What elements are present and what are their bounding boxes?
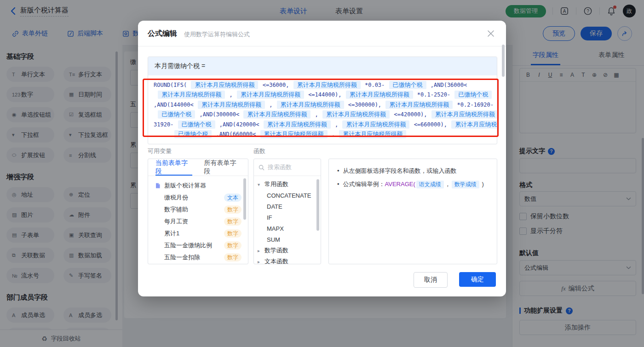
- variables-panel: 当前表单字段 所有表单字段 新版个税计算器缴税月份文本数字辅助数字每月工资数字累…: [148, 159, 248, 264]
- functions-panel: 搜索函数 ▾常用函数CONCATENATEDATEIFMAPXSUM▸数学函数▸…: [253, 159, 321, 264]
- variable-name: 累计1: [164, 229, 224, 238]
- formula-text: ,: [226, 91, 236, 98]
- function-group-label: 常用函数: [264, 180, 288, 188]
- modal-subtitle: 使用数学运算符编辑公式: [184, 30, 250, 39]
- tip-text: 从左侧面板选择字段名和函数，或输入函数: [343, 166, 457, 176]
- formula-line: ,AND(144000< 累计本月应纳税所得额 , 累计本月应纳税所得额 <=3…: [154, 100, 491, 110]
- variables-form-row[interactable]: 新版个税计算器: [148, 180, 248, 192]
- example-variable-chip: 语文成绩: [416, 181, 444, 188]
- variable-item[interactable]: 累计1数字: [148, 228, 248, 239]
- formula-text: ,AND(144000<: [154, 102, 197, 108]
- formula-variable-chip: 累计本月应纳税所得额: [346, 91, 413, 99]
- variable-name: 缴税月份: [164, 193, 224, 202]
- cancel-button[interactable]: 取消: [414, 272, 448, 288]
- formula-variable-chip: 累计本月应纳税所得额: [191, 81, 258, 89]
- function-group-label: 文本函数: [264, 257, 288, 264]
- variable-item[interactable]: 数字辅助数字: [148, 204, 248, 216]
- example-function-name: AVERAGE(: [385, 181, 415, 188]
- formula-text: [154, 131, 173, 137]
- function-item[interactable]: SUM: [254, 234, 321, 245]
- variable-item[interactable]: 五险一金扣除数字: [148, 251, 248, 263]
- variable-name: 每月工资: [164, 217, 224, 226]
- formula-text: ,AND(660000<: [213, 131, 259, 137]
- formula-variable-chip: 累计本月应纳税所得额: [237, 91, 304, 99]
- formula-text: ,: [311, 111, 322, 118]
- formula-variable-chip: 累计本月应纳税所得额: [322, 110, 390, 119]
- function-item[interactable]: DATE: [254, 201, 321, 212]
- search-placeholder: 搜索函数: [268, 163, 292, 171]
- formula-variable-chip: 累计本月应纳税所得额: [293, 81, 361, 89]
- function-group[interactable]: ▸数学函数: [254, 245, 321, 256]
- formula-scrollbar[interactable]: [502, 45, 505, 77]
- functions-scrollbar[interactable]: [316, 179, 319, 231]
- formula-text: [154, 91, 157, 98]
- chevron-right-icon: ▸: [258, 259, 262, 264]
- formula-text: ,: [328, 131, 339, 137]
- formula-body[interactable]: ROUND(IFS( 累计本月应纳税所得额 <=36000, 累计本月应纳税所得…: [148, 75, 497, 142]
- formula-variable-chip: 累计本月应纳税所得额: [451, 120, 497, 129]
- formula-text: <=420000),: [391, 111, 431, 118]
- modal-header: 公式编辑 使用数学运算符编辑公式: [138, 21, 506, 46]
- variables-scrollbar[interactable]: [243, 178, 246, 220]
- variables-form-name: 新版个税计算器: [164, 182, 242, 190]
- confirm-button[interactable]: 确定: [459, 272, 496, 287]
- formula-variable-chip: 累计本月应纳税所得额: [260, 130, 328, 138]
- variable-type-badge: 数字: [224, 217, 242, 226]
- function-item[interactable]: MAPX: [254, 223, 321, 234]
- tip-line-2: • 公式编辑举例：AVERAGE(语文成绩，数学成绩 ): [337, 180, 489, 189]
- variable-type-badge: 数字: [224, 253, 242, 262]
- variable-type-badge: 数字: [224, 229, 242, 238]
- formula-editor[interactable]: 本月需缴纳个税 = ROUND(IFS( 累计本月应纳税所得额 <=36000,…: [148, 57, 497, 144]
- formula-variable-chip: 已缴纳个税: [389, 81, 426, 89]
- formula-text: ,AND(420000<: [216, 121, 263, 128]
- formula-variable-chip: 累计本月应纳税所得额: [158, 91, 225, 99]
- formula-text: ,: [332, 121, 342, 128]
- bullet: •: [337, 166, 339, 176]
- function-group-label: 数学函数: [264, 246, 288, 255]
- formula-line: 31920- 已缴纳个税 ,AND(420000< 累计本月应纳税所得额 , 累…: [154, 119, 491, 130]
- formula-text: ,AND(36000<: [427, 82, 467, 88]
- function-search[interactable]: 搜索函数: [254, 159, 321, 176]
- tip-text: 公式编辑举例：AVERAGE(语文成绩，数学成绩 ): [343, 180, 484, 189]
- tab-current-form-fields[interactable]: 当前表单字段: [155, 159, 192, 176]
- formula-variable-chip: 已缴纳个税: [178, 120, 215, 129]
- function-group[interactable]: ▾常用函数: [254, 179, 321, 190]
- formula-line: 已缴纳个税 ,AND(300000< 累计本月应纳税所得额 , 累计本月应纳税所…: [154, 110, 491, 120]
- formula-text: [154, 111, 157, 118]
- tip-line-1: • 从左侧面板选择字段名和函数，或输入函数: [337, 166, 489, 176]
- formula-text: <=300000),: [345, 102, 385, 108]
- formula-edit-modal: 公式编辑 使用数学运算符编辑公式 本月需缴纳个税 = ROUND(IFS( 累计…: [138, 21, 506, 296]
- formula-variable-chip: 累计本月应纳税所得额: [264, 120, 331, 129]
- modal-footer: 取消 确定: [414, 272, 496, 288]
- modal-title: 公式编辑: [148, 29, 177, 39]
- formula-line: ROUND(IFS( 累计本月应纳税所得额 <=36000, 累计本月应纳税所得…: [154, 80, 491, 90]
- close-icon[interactable]: [487, 29, 495, 38]
- formula-variable-chip: 已缴纳个税: [174, 130, 212, 138]
- example-variable-chip: 数学成绩: [452, 181, 479, 188]
- document-icon: [155, 182, 161, 189]
- function-group[interactable]: ▸文本函数: [254, 256, 321, 264]
- formula-variable-chip: 累计本月应纳税所得额: [198, 101, 265, 109]
- variable-type-badge: 数字: [224, 241, 242, 250]
- formula-variable-chip: 累计本月应纳税所得额: [431, 110, 497, 119]
- variables-label: 可用变量: [148, 147, 172, 155]
- variable-type-badge: 文本: [224, 193, 242, 202]
- chevron-down-icon: ▾: [258, 182, 262, 187]
- formula-text: ,: [266, 102, 276, 108]
- function-item[interactable]: IF: [254, 212, 321, 223]
- chevron-right-icon: ▸: [258, 248, 262, 253]
- formula-line: 已缴纳个税 ,AND(660000< 累计本月应纳税所得额 , 累计本月应纳税所…: [154, 130, 491, 140]
- formula-text: <=144000),: [305, 91, 345, 98]
- function-item[interactable]: CONCATENATE: [254, 190, 321, 201]
- bullet: •: [337, 180, 339, 189]
- variables-tabs: 当前表单字段 所有表单字段: [148, 159, 248, 176]
- formula-text: 31920-: [154, 121, 177, 128]
- tab-all-form-fields[interactable]: 所有表单字段: [204, 159, 241, 176]
- formula-variable-chip: 累计本月应纳税所得额: [385, 101, 453, 109]
- formula-variable-chip: 累计本月应纳税所得额: [342, 120, 409, 129]
- formula-text: *0.03-: [362, 82, 388, 88]
- variable-name: 五险一金缴纳比例: [164, 241, 224, 250]
- variable-item[interactable]: 缴税月份文本: [148, 192, 248, 204]
- variable-item[interactable]: 五险一金缴纳比例数字: [148, 239, 248, 251]
- variable-item[interactable]: 每月工资数字: [148, 216, 248, 228]
